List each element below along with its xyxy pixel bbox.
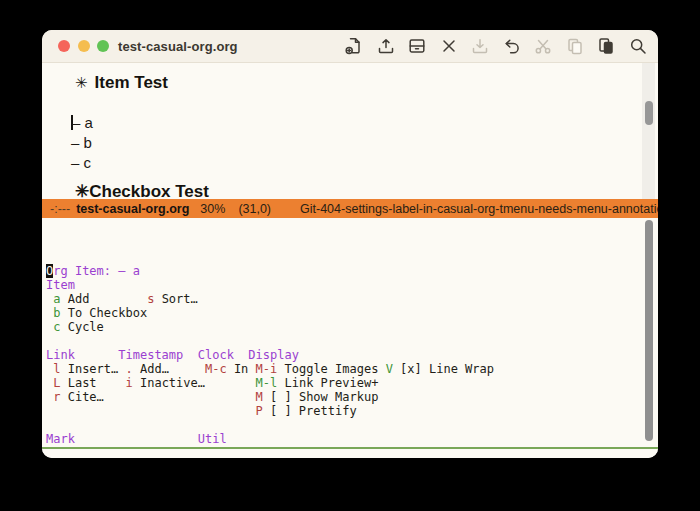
menu-text: Inactive… bbox=[133, 376, 256, 390]
menu-key[interactable]: i bbox=[126, 376, 133, 390]
modeline-buffer-name[interactable]: test-casual-org.org bbox=[76, 202, 189, 216]
menu-text: Copy Visible bbox=[227, 446, 321, 447]
menu-key[interactable]: V bbox=[386, 362, 393, 376]
minimize-window-button[interactable] bbox=[78, 40, 90, 52]
org-list-item: – a bbox=[71, 114, 93, 131]
org-heading-partial: ✳Checkbox Test bbox=[75, 181, 209, 199]
menu-group-header: Util bbox=[198, 432, 227, 446]
heading-text: Item Test bbox=[95, 73, 168, 92]
paste-button[interactable] bbox=[596, 36, 617, 57]
menu-line: Item bbox=[46, 278, 658, 292]
menu-key[interactable]: M-l bbox=[256, 376, 278, 390]
transient-menu-buffer[interactable]: Org Item: – aItem a Add s Sort… b To Che… bbox=[42, 218, 658, 447]
menu-key[interactable]: . bbox=[126, 362, 133, 376]
menu-group-header: Clock bbox=[198, 348, 234, 362]
menu-text: Export… bbox=[335, 446, 393, 447]
cut-icon bbox=[533, 36, 553, 56]
menu-group-header: Display bbox=[248, 348, 299, 362]
undo-button[interactable] bbox=[501, 36, 522, 57]
menu-text: Link Preview+ bbox=[277, 376, 378, 390]
menu-line: Link Timestamp Clock Display bbox=[46, 348, 658, 362]
org-buffer[interactable]: ✳Item Test – a– b– c ✳Checkbox Test bbox=[42, 63, 658, 199]
menu-key[interactable]: M-c bbox=[205, 362, 227, 376]
menu-key[interactable]: me bbox=[133, 446, 147, 447]
new-file-button[interactable] bbox=[344, 36, 365, 57]
menu-line bbox=[46, 418, 658, 432]
menu-line: ms Subtree me Element v Copy Visible e E… bbox=[46, 446, 658, 447]
menu-text: [ ] Show Markup bbox=[263, 390, 379, 404]
heading-text: Checkbox Test bbox=[89, 182, 209, 199]
menu-text: Subtree bbox=[68, 446, 133, 447]
new-file-icon bbox=[344, 36, 364, 56]
toolbar bbox=[344, 30, 649, 62]
heading-star-icon: ✳ bbox=[75, 182, 89, 199]
menu-group-header: Link bbox=[46, 348, 75, 362]
menu-scrollbar-thumb[interactable] bbox=[645, 220, 653, 441]
search-icon bbox=[628, 36, 648, 56]
open-file-button[interactable] bbox=[375, 36, 396, 57]
menu-key[interactable]: ms bbox=[53, 446, 67, 447]
menu-text: Add bbox=[60, 292, 147, 306]
menu-text: To Checkbox bbox=[60, 306, 147, 320]
modeline-vc-branch: Git-404-settings-label-in-casual-org-tme… bbox=[300, 202, 658, 216]
echo-area[interactable] bbox=[42, 449, 658, 458]
close-window-button[interactable] bbox=[58, 40, 70, 52]
menu-group-header: Item bbox=[46, 278, 75, 292]
org-list-item: – b bbox=[71, 134, 92, 151]
menu-text: Cycle bbox=[60, 320, 103, 334]
zoom-window-button[interactable] bbox=[97, 40, 109, 52]
menu-key[interactable]: M-i bbox=[256, 362, 278, 376]
menu-key[interactable]: e bbox=[328, 446, 335, 447]
menu-key[interactable]: M bbox=[256, 390, 263, 404]
menu-text bbox=[75, 348, 118, 362]
menu-text: Add… bbox=[133, 362, 205, 376]
dired-icon bbox=[407, 36, 427, 56]
menu-text: [x] Line Wrap bbox=[393, 362, 494, 376]
menu-text: Sort… bbox=[154, 292, 197, 306]
dired-button[interactable] bbox=[407, 36, 428, 57]
menu-group-header: Mark bbox=[46, 432, 75, 446]
menu-key[interactable]: P bbox=[256, 404, 263, 418]
menu-text: Last bbox=[60, 376, 125, 390]
menu-line: r Cite… M [ ] Show Markup bbox=[46, 390, 658, 404]
open-file-icon bbox=[376, 36, 396, 56]
menu-line bbox=[46, 334, 658, 348]
emacs-window: test-casual-org.org ✳Item Test – a– b– c… bbox=[42, 30, 658, 458]
paste-icon bbox=[596, 36, 616, 56]
menu-line: a Add s Sort… bbox=[46, 292, 658, 306]
traffic-lights bbox=[42, 40, 109, 52]
scrollbar-track[interactable] bbox=[642, 63, 655, 199]
menu-text: Toggle Images bbox=[277, 362, 385, 376]
menu-text: In bbox=[227, 362, 256, 376]
org-list-item: – c bbox=[71, 154, 91, 171]
menu-line: c Cycle bbox=[46, 320, 658, 334]
modeline-cursor-position: (31,0) bbox=[238, 202, 271, 216]
menu-text bbox=[46, 404, 256, 418]
close-buffer-button[interactable] bbox=[438, 36, 459, 57]
save-buffer-icon bbox=[470, 36, 490, 56]
menu-group-header: rg Item: – a bbox=[53, 264, 140, 278]
cut-button[interactable] bbox=[533, 36, 554, 57]
menu-line: Mark Util bbox=[46, 432, 658, 446]
scrollbar-thumb[interactable] bbox=[645, 101, 653, 125]
copy-button[interactable] bbox=[564, 36, 585, 57]
window-title: test-casual-org.org bbox=[118, 39, 238, 54]
text-cursor bbox=[71, 115, 73, 130]
copy-icon bbox=[565, 36, 585, 56]
save-buffer-button[interactable] bbox=[470, 36, 491, 57]
menu-text bbox=[234, 348, 248, 362]
menu-text bbox=[321, 446, 328, 447]
close-buffer-icon bbox=[439, 36, 459, 56]
search-button[interactable] bbox=[627, 36, 648, 57]
menu-text bbox=[183, 348, 197, 362]
menu-text: Element bbox=[147, 446, 219, 447]
undo-icon bbox=[502, 36, 522, 56]
menu-line: P [ ] Prettify bbox=[46, 404, 658, 418]
modeline: -:--- test-casual-org.org 30% (31,0) Git… bbox=[42, 199, 658, 218]
modeline-flags: -:--- bbox=[50, 202, 70, 216]
menu-line: Org Item: – a bbox=[46, 264, 658, 278]
menu-text: [ ] Prettify bbox=[263, 404, 357, 418]
menu-text bbox=[75, 432, 198, 446]
titlebar: test-casual-org.org bbox=[42, 30, 658, 63]
menu-group-header: Timestamp bbox=[118, 348, 183, 362]
